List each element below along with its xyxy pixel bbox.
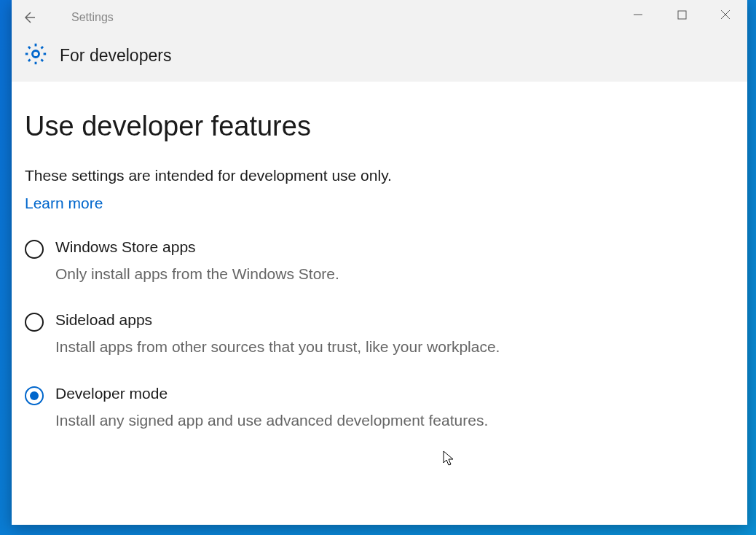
titlebar: Settings: [12, 0, 747, 82]
radio-option-sideload-apps[interactable]: Sideload apps Install apps from other so…: [25, 311, 520, 358]
window-controls: [616, 0, 747, 29]
radio-option-developer-mode[interactable]: Developer mode Install any signed app an…: [25, 385, 520, 431]
radio-button[interactable]: [25, 240, 44, 259]
radio-label: Windows Store apps: [55, 238, 339, 256]
svg-point-4: [32, 50, 39, 57]
gear-icon: [23, 42, 48, 69]
section-heading: Use developer features: [25, 111, 734, 142]
radio-button[interactable]: [25, 386, 44, 405]
back-button[interactable]: [12, 0, 47, 35]
minimize-button[interactable]: [616, 0, 660, 29]
learn-more-link[interactable]: Learn more: [25, 195, 103, 212]
main-content: Use developer features These settings ar…: [12, 82, 747, 525]
radio-text: Developer mode Install any signed app an…: [55, 385, 488, 431]
radio-text: Windows Store apps Only install apps fro…: [55, 238, 339, 285]
close-icon: [720, 9, 731, 20]
radio-text: Sideload apps Install apps from other so…: [55, 311, 500, 358]
radio-button[interactable]: [25, 313, 44, 332]
back-arrow-icon: [22, 10, 36, 25]
close-button[interactable]: [704, 0, 747, 29]
radio-description: Install any signed app and use advanced …: [55, 410, 488, 431]
minimize-icon: [633, 9, 643, 20]
page-header: For developers: [12, 35, 747, 76]
developer-mode-radio-group: Windows Store apps Only install apps fro…: [25, 238, 520, 431]
radio-label: Sideload apps: [55, 311, 500, 329]
app-title: Settings: [71, 11, 114, 24]
maximize-button[interactable]: [660, 0, 704, 29]
radio-option-windows-store-apps[interactable]: Windows Store apps Only install apps fro…: [25, 238, 520, 285]
settings-window: Settings: [12, 0, 747, 525]
maximize-icon: [677, 10, 687, 20]
page-title: For developers: [60, 46, 171, 66]
radio-description: Install apps from other sources that you…: [55, 336, 500, 358]
section-description: These settings are intended for developm…: [25, 167, 734, 184]
radio-label: Developer mode: [55, 385, 488, 402]
radio-description: Only install apps from the Windows Store…: [55, 263, 339, 285]
svg-rect-1: [678, 11, 686, 19]
